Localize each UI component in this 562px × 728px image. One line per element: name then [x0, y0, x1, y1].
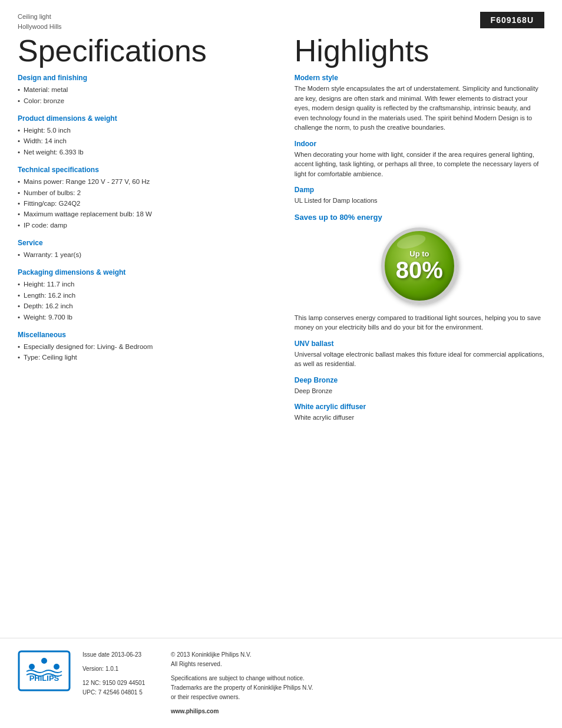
- main-content: Specifications Design and finishing Mate…: [0, 31, 562, 430]
- energy-badge: Up to 80%: [381, 228, 458, 304]
- footer: PHILIPS Issue date 2013-06-23 Version: 1…: [0, 638, 562, 728]
- deep-bronze-section: Deep Bronze Deep Bronze: [295, 376, 544, 396]
- tech-item-2: Number of bulbs: 2: [18, 187, 271, 198]
- tech-item-4: Maximum wattage replacement bulb: 18 W: [18, 209, 271, 219]
- nc-upc: 12 NC: 9150 029 44501 UPC: 7 42546 04801…: [82, 678, 159, 697]
- misc-section: Miscellaneous Especially designed for: L…: [18, 331, 271, 363]
- tech-item-3: Fitting/cap: G24Q2: [18, 198, 271, 209]
- energy-badge-container: Up to 80%: [295, 228, 544, 304]
- white-diffuser-section: White acrylic diffuser White acrylic dif…: [295, 403, 544, 423]
- technical-list: Mains power: Range 120 V - 277 V, 60 Hz …: [18, 176, 271, 230]
- modern-style-text: The Modern style encapsulates the art of…: [295, 84, 544, 133]
- technical-title: Technical specifications: [18, 166, 271, 174]
- svg-point-2: [29, 664, 35, 670]
- design-item-1: Material: metal: [18, 84, 271, 95]
- product-category: Ceiling light: [18, 12, 62, 22]
- unv-ballast-title: UNV ballast: [295, 340, 544, 348]
- pack-item-1: Height: 11.7 inch: [18, 279, 271, 289]
- white-diffuser-text: White acrylic diffuser: [295, 413, 544, 423]
- saves-energy-title: Saves up to 80% energy: [295, 213, 544, 222]
- damp-title: Damp: [295, 186, 544, 194]
- energy-description: This lamp conserves energy compared to t…: [295, 313, 544, 332]
- modern-style-title: Modern style: [295, 74, 544, 82]
- service-list: Warranty: 1 year(s): [18, 249, 271, 260]
- unv-ballast-text: Universal voltage electronic ballast mak…: [295, 350, 544, 369]
- pack-item-2: Length: 16.2 inch: [18, 290, 271, 301]
- service-section: Service Warranty: 1 year(s): [18, 239, 271, 260]
- footer-col3: © 2013 Koninklijke Philips N.V. All Righ…: [171, 650, 544, 716]
- page: Ceiling light Hollywood Hills F609168U S…: [0, 0, 562, 728]
- deep-bronze-title: Deep Bronze: [295, 376, 544, 384]
- technical-section: Technical specifications Mains power: Ra…: [18, 166, 271, 230]
- spec-sub-columns: Service Warranty: 1 year(s) Packaging di…: [18, 239, 271, 371]
- footer-col1: Issue date 2013-06-23 Version: 1.0.1 12 …: [82, 650, 159, 716]
- tech-item-5: IP code: damp: [18, 220, 271, 230]
- product-dimensions-section: Product dimensions & weight Height: 5.0 …: [18, 114, 271, 157]
- design-section: Design and finishing Material: metal Col…: [18, 74, 271, 106]
- product-dimensions-title: Product dimensions & weight: [18, 114, 271, 123]
- pack-item-4: Weight: 9.700 lb: [18, 312, 271, 322]
- product-type-block: Ceiling light Hollywood Hills: [18, 12, 62, 31]
- highlights-column: Highlights Modern style The Modern style…: [283, 31, 544, 430]
- service-title: Service: [18, 239, 271, 247]
- misc-item-2: Type: Ceiling light: [18, 352, 271, 363]
- tech-item-1: Mains power: Range 120 V - 277 V, 60 Hz: [18, 176, 271, 187]
- unv-ballast-section: UNV ballast Universal voltage electronic…: [295, 340, 544, 369]
- pack-item-3: Depth: 16.2 inch: [18, 301, 271, 311]
- indoor-text: When decorating your home with light, co…: [295, 150, 544, 179]
- design-list: Material: metal Color: bronze: [18, 84, 271, 106]
- footer-details: Issue date 2013-06-23 Version: 1.0.1 12 …: [82, 650, 544, 716]
- packaging-title: Packaging dimensions & weight: [18, 268, 271, 276]
- svg-point-3: [41, 658, 47, 664]
- modern-style-section: Modern style The Modern style encapsulat…: [295, 74, 544, 133]
- issue-date: Issue date 2013-06-23: [82, 650, 159, 660]
- spec-col-right: Service Warranty: 1 year(s) Packaging di…: [18, 239, 271, 371]
- prod-dim-item-1: Height: 5.0 inch: [18, 125, 271, 136]
- deep-bronze-text: Deep Bronze: [295, 386, 544, 396]
- indoor-section: Indoor When decorating your home with li…: [295, 140, 544, 179]
- version: Version: 1.0.1: [82, 664, 159, 674]
- philips-logo: PHILIPS: [18, 650, 71, 691]
- damp-section: Damp UL Listed for Damp locations: [295, 186, 544, 206]
- page-title: Specifications: [18, 34, 271, 68]
- highlights-title: Highlights: [295, 34, 544, 68]
- prod-dim-item-2: Width: 14 inch: [18, 136, 271, 146]
- service-item-1: Warranty: 1 year(s): [18, 249, 271, 260]
- damp-text: UL Listed for Damp locations: [295, 196, 544, 206]
- packaging-list: Height: 11.7 inch Length: 16.2 inch Dept…: [18, 279, 271, 322]
- white-diffuser-title: White acrylic diffuser: [295, 403, 544, 411]
- design-item-2: Color: bronze: [18, 95, 271, 106]
- saves-energy-section: Saves up to 80% energy Up to 80% This la…: [295, 213, 544, 332]
- website: www.philips.com: [171, 707, 544, 716]
- model-number-badge: F609168U: [480, 12, 544, 28]
- indoor-title: Indoor: [295, 140, 544, 148]
- packaging-section: Packaging dimensions & weight Height: 11…: [18, 268, 271, 322]
- product-dimensions-list: Height: 5.0 inch Width: 14 inch Net weig…: [18, 125, 271, 157]
- misc-list: Especially designed for: Living- & Bedro…: [18, 341, 271, 363]
- specs-notice: Specifications are subject to change wit…: [171, 674, 544, 702]
- svg-point-4: [54, 664, 59, 670]
- design-title: Design and finishing: [18, 74, 271, 82]
- energy-percent: 80%: [396, 258, 443, 282]
- specifications-column: Specifications Design and finishing Mate…: [18, 31, 283, 430]
- product-name: Hollywood Hills: [18, 22, 62, 32]
- misc-title: Miscellaneous: [18, 331, 271, 339]
- header: Ceiling light Hollywood Hills F609168U: [0, 0, 562, 31]
- misc-item-1: Especially designed for: Living- & Bedro…: [18, 341, 271, 352]
- prod-dim-item-3: Net weight: 6.393 lb: [18, 147, 271, 157]
- copyright: © 2013 Koninklijke Philips N.V. All Righ…: [171, 650, 544, 669]
